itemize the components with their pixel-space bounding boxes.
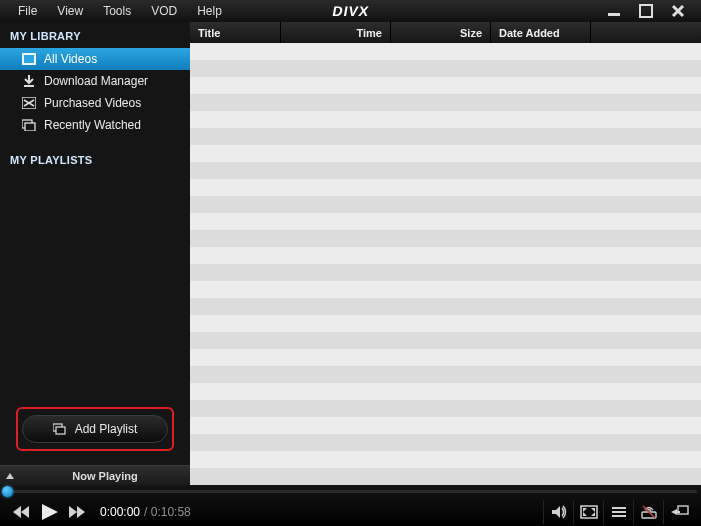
add-playlist-label: Add Playlist	[75, 422, 138, 436]
list-rows	[190, 43, 701, 485]
minimize-button[interactable]	[605, 4, 623, 18]
table-row	[190, 434, 701, 451]
now-playing-bar[interactable]: Now Playing	[0, 465, 190, 485]
table-row	[190, 60, 701, 77]
column-date[interactable]: Date Added	[491, 22, 591, 43]
next-button[interactable]	[64, 500, 90, 524]
table-row	[190, 298, 701, 315]
video-icon	[22, 52, 36, 66]
table-row	[190, 383, 701, 400]
table-row	[190, 179, 701, 196]
table-row	[190, 94, 701, 111]
player-bar: 0:00:00 / 0:10:58	[0, 485, 701, 526]
collapse-arrow-icon[interactable]	[0, 471, 20, 481]
column-title[interactable]: Title	[190, 22, 281, 43]
volume-button[interactable]	[543, 500, 573, 524]
menu-view[interactable]: View	[47, 1, 93, 21]
menu-tools[interactable]: Tools	[93, 1, 141, 21]
svg-rect-13	[56, 427, 65, 434]
cast-button[interactable]	[663, 500, 693, 524]
sidebar-item-label: Purchased Videos	[44, 96, 141, 110]
duration-time: 0:10:58	[151, 505, 191, 519]
library-header: MY LIBRARY	[0, 22, 190, 48]
add-playlist-button[interactable]: Add Playlist	[22, 415, 168, 443]
app-window: File View Tools VOD Help DIVX MY LIBRARY	[0, 0, 701, 526]
sidebar-item-download-manager[interactable]: Download Manager	[0, 70, 190, 92]
menu-file[interactable]: File	[8, 1, 47, 21]
table-row	[190, 281, 701, 298]
svg-marker-32	[671, 509, 677, 515]
svg-rect-0	[608, 13, 620, 16]
table-row	[190, 468, 701, 485]
table-row	[190, 349, 701, 366]
column-headers: Title Time Size Date Added	[190, 22, 701, 43]
seek-track	[4, 490, 697, 493]
maximize-button[interactable]	[637, 4, 655, 18]
table-row	[190, 196, 701, 213]
svg-marker-23	[591, 508, 595, 512]
playlist-add-icon	[53, 422, 67, 436]
close-button[interactable]	[669, 4, 687, 18]
table-row	[190, 162, 701, 179]
annotation-highlight: Add Playlist	[16, 407, 174, 451]
main-area: MY LIBRARY All Videos Download Manager P…	[0, 22, 701, 485]
table-row	[190, 230, 701, 247]
purchased-icon	[22, 96, 36, 110]
previous-button[interactable]	[8, 500, 34, 524]
stream-button[interactable]	[633, 500, 663, 524]
table-row	[190, 315, 701, 332]
table-row	[190, 417, 701, 434]
table-row	[190, 43, 701, 60]
download-icon	[22, 74, 36, 88]
player-controls: 0:00:00 / 0:10:58	[0, 497, 701, 526]
table-row	[190, 77, 701, 94]
title-bar: File View Tools VOD Help DIVX	[0, 0, 701, 22]
window-controls	[605, 4, 701, 18]
table-row	[190, 145, 701, 162]
table-row	[190, 247, 701, 264]
fullscreen-button[interactable]	[573, 500, 603, 524]
table-row	[190, 111, 701, 128]
sidebar-item-label: Download Manager	[44, 74, 148, 88]
svg-rect-6	[24, 85, 34, 87]
add-playlist-area: Add Playlist	[0, 407, 190, 465]
sidebar-item-recently-watched[interactable]: Recently Watched	[0, 114, 190, 136]
table-row	[190, 332, 701, 349]
playlists-header: MY PLAYLISTS	[0, 146, 190, 172]
content-area: Title Time Size Date Added	[190, 22, 701, 485]
menu-vod[interactable]: VOD	[141, 1, 187, 21]
svg-marker-24	[583, 512, 587, 516]
table-row	[190, 400, 701, 417]
sidebar: MY LIBRARY All Videos Download Manager P…	[0, 22, 190, 485]
menu-bar: File View Tools VOD Help	[0, 1, 232, 21]
svg-marker-20	[552, 506, 560, 518]
now-playing-label: Now Playing	[20, 470, 190, 482]
sidebar-item-all-videos[interactable]: All Videos	[0, 48, 190, 70]
playlist-button[interactable]	[603, 500, 633, 524]
play-button[interactable]	[34, 500, 64, 524]
column-spacer	[591, 22, 701, 43]
table-row	[190, 128, 701, 145]
recent-icon	[22, 118, 36, 132]
column-time[interactable]: Time	[281, 22, 391, 43]
sidebar-item-label: Recently Watched	[44, 118, 141, 132]
seek-bar[interactable]	[0, 485, 701, 497]
svg-rect-11	[25, 123, 35, 131]
svg-marker-15	[21, 506, 29, 518]
svg-marker-25	[591, 512, 595, 516]
seek-thumb[interactable]	[2, 486, 13, 497]
svg-rect-5	[24, 55, 34, 63]
menu-help[interactable]: Help	[187, 1, 232, 21]
time-separator: /	[144, 505, 151, 519]
time-display: 0:00:00 / 0:10:58	[100, 505, 191, 519]
column-size[interactable]: Size	[391, 22, 491, 43]
table-row	[190, 213, 701, 230]
sidebar-item-label: All Videos	[44, 52, 97, 66]
app-logo: DIVX	[332, 3, 369, 19]
sidebar-item-purchased-videos[interactable]: Purchased Videos	[0, 92, 190, 114]
svg-rect-21	[581, 506, 597, 518]
svg-marker-17	[42, 504, 58, 520]
sidebar-spacer	[0, 172, 190, 407]
svg-marker-22	[583, 508, 587, 512]
table-row	[190, 451, 701, 468]
